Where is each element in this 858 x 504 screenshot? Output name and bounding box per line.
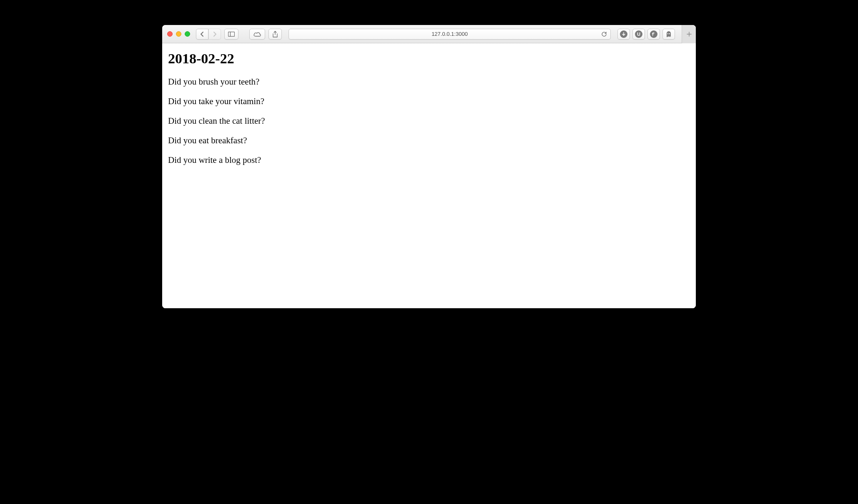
share-button[interactable]: [268, 29, 282, 40]
list-item: Did you write a blog post?: [168, 155, 690, 165]
svg-rect-0: [228, 32, 235, 36]
address-bar[interactable]: 127.0.0.1:3000: [289, 29, 611, 40]
share-icon: [272, 31, 278, 37]
reload-button[interactable]: [601, 31, 607, 37]
chevron-right-icon: [213, 32, 217, 37]
reload-icon: [601, 31, 607, 37]
page-heading: 2018-02-22: [168, 51, 690, 67]
list-item: Did you eat breakfast?: [168, 135, 690, 146]
pinterest-icon: [650, 30, 657, 38]
ghostery-extension-button[interactable]: [662, 29, 675, 40]
forward-button[interactable]: [208, 29, 221, 40]
svg-point-3: [667, 33, 668, 34]
download-icon: [620, 30, 627, 38]
list-item: Did you take your vitamin?: [168, 96, 690, 107]
new-tab-button[interactable]: [682, 25, 696, 43]
list-item: Did you clean the cat litter?: [168, 116, 690, 126]
close-window-button[interactable]: [167, 31, 173, 37]
cloud-icon: [253, 32, 261, 37]
list-item: Did you brush your teeth?: [168, 77, 690, 87]
sidebar-toggle-button[interactable]: [224, 29, 238, 40]
pinterest-extension-button[interactable]: [647, 29, 660, 40]
minimize-window-button[interactable]: [176, 31, 181, 37]
maximize-window-button[interactable]: [185, 31, 190, 37]
url-text: 127.0.0.1:3000: [432, 31, 468, 37]
traffic-lights: [167, 31, 190, 37]
svg-point-4: [669, 33, 670, 34]
back-button[interactable]: [196, 29, 208, 40]
ghost-icon: [666, 31, 672, 37]
safari-window: 127.0.0.1:3000 U: [162, 25, 696, 308]
extensions-group: U: [617, 29, 675, 40]
ublock-extension-button[interactable]: U: [632, 29, 645, 40]
page-content: 2018-02-22 Did you brush your teeth? Did…: [162, 43, 696, 308]
titlebar: 127.0.0.1:3000 U: [162, 25, 696, 43]
chevron-left-icon: [200, 32, 204, 37]
nav-group: [196, 29, 221, 40]
ublock-icon: U: [635, 30, 642, 38]
plus-icon: [686, 31, 692, 37]
cloud-tabs-button[interactable]: [249, 29, 265, 40]
sidebar-icon: [228, 32, 235, 37]
downloads-button[interactable]: [617, 29, 630, 40]
